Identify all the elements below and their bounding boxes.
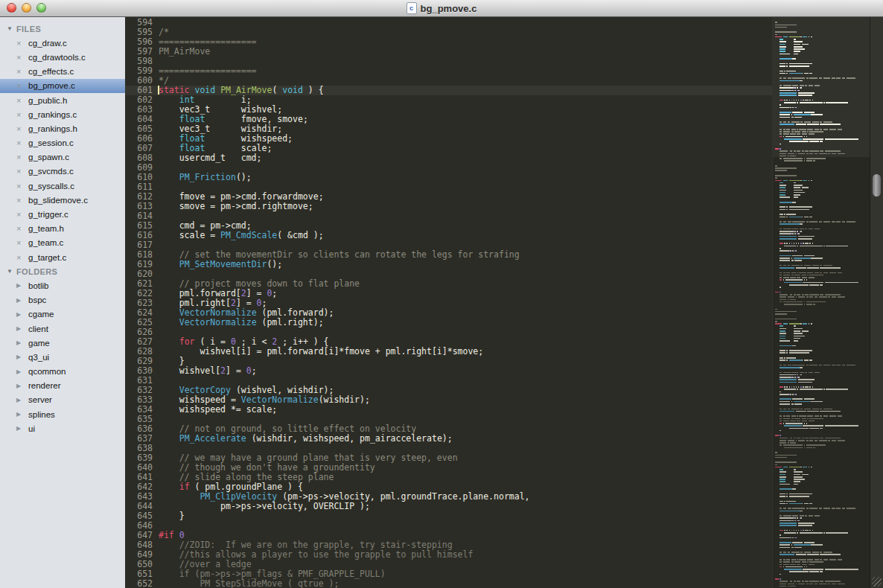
folder-name-label: client [28,325,48,333]
sidebar-file-item[interactable]: ×g_rankings.h [0,121,125,135]
sidebar-folder-item[interactable]: ▶qcommon [0,365,125,379]
code-line[interactable]: 625 VectorNormalize (pml.right); [125,318,772,327]
code-text: smove = pm->cmd.rightmove; [159,202,313,211]
sidebar-file-item[interactable]: ×g_spawn.c [0,150,125,164]
file-name-label: g_session.c [28,138,74,147]
close-file-icon[interactable]: × [16,196,28,205]
close-file-icon[interactable]: × [16,210,28,219]
code-line[interactable]: 596=================== [125,37,772,47]
close-file-icon[interactable]: × [16,224,28,233]
file-name-label: g_target.c [28,253,66,262]
sidebar-folder-item[interactable]: ▶cgame [0,307,125,322]
file-name-label: cg_drawtools.c [28,53,86,62]
file-name-label: g_syscalls.c [28,182,74,191]
sidebar-file-item[interactable]: ×g_syscalls.c [0,179,125,193]
sidebar-file-item[interactable]: ×g_session.c [0,136,125,150]
sidebar-folder-item[interactable]: ▶client [0,322,125,336]
sidebar-file-item[interactable]: ×g_team.h [0,222,125,236]
sidebar-file-item[interactable]: ×bg_slidemove.c [0,193,125,207]
close-file-icon[interactable]: × [16,124,28,133]
zoom-button[interactable] [36,3,46,13]
file-name-label: bg_pmove.c [28,81,75,90]
scrollbar-thumb[interactable] [873,174,881,196]
code-text: PM_SetMovementDir(); [159,260,282,269]
code-line[interactable]: 619 PM_SetMovementDir(); [125,260,772,269]
close-file-icon[interactable]: × [16,67,28,76]
disclosure-right-icon[interactable]: ▶ [16,311,28,318]
sidebar-folder-item[interactable]: ▶renderer [0,379,125,393]
sidebar-file-item[interactable]: ×g_rankings.c [0,107,125,121]
sidebar-folder-item[interactable]: ▶server [0,393,125,407]
folders-section-header[interactable]: ▼ FOLDERS [0,264,125,278]
disclosure-right-icon[interactable]: ▶ [16,383,28,389]
disclosure-right-icon[interactable]: ▶ [16,297,28,304]
disclosure-right-icon[interactable]: ▶ [16,411,28,418]
code-line[interactable]: 634 wishspeed *= scale; [125,405,772,415]
disclosure-right-icon[interactable]: ▶ [16,354,28,360]
close-button[interactable] [7,3,16,13]
disclosure-right-icon[interactable]: ▶ [16,425,28,432]
code-line[interactable]: 646 [125,521,772,531]
sidebar-file-item[interactable]: ×g_team.c [0,236,125,250]
code-line[interactable]: 630 wishvel[2] = 0; [125,366,772,376]
code-line[interactable]: 613 smove = pm->cmd.rightmove; [125,202,772,211]
folder-name-label: splines [28,410,55,419]
sidebar-file-item[interactable]: ×g_target.c [0,250,125,264]
sidebar-folder-item[interactable]: ▶bspc [0,293,125,307]
close-file-icon[interactable]: × [16,153,28,162]
close-file-icon[interactable]: × [16,182,28,191]
sidebar-file-item[interactable]: ×bg_pmove.c [0,79,125,93]
close-file-icon[interactable]: × [16,110,28,119]
code-line[interactable]: 594 [125,18,772,28]
sidebar-file-item[interactable]: ×g_public.h [0,93,125,107]
close-file-icon[interactable]: × [16,138,28,147]
scrollbar-track[interactable] [870,17,883,588]
close-file-icon[interactable]: × [16,253,28,262]
window-title: bg_pmove.c [421,3,477,14]
disclosure-right-icon[interactable]: ▶ [16,282,28,289]
disclosure-right-icon[interactable]: ▶ [16,339,28,346]
close-file-icon[interactable]: × [16,238,28,247]
code-line[interactable]: 645 } [125,511,772,521]
minimize-button[interactable] [22,3,31,13]
code-line[interactable]: 628 wishvel[i] = pml.forward[i]*fmove + … [125,347,772,357]
close-file-icon[interactable]: × [16,167,28,176]
code-line[interactable]: 599=================== [125,66,772,76]
disclosure-right-icon[interactable]: ▶ [16,397,28,403]
close-file-icon[interactable]: × [16,81,28,90]
code-line[interactable]: 597PM_AirMove [125,47,772,57]
disclosure-down-icon[interactable]: ▼ [7,268,16,275]
code-text: wishvel[2] = 0; [159,366,257,376]
sidebar-file-item[interactable]: ×g_trigger.c [0,207,125,221]
disclosure-right-icon[interactable]: ▶ [16,325,28,332]
close-file-icon[interactable]: × [16,53,28,62]
code-text: scale = PM_CmdScale( &cmd ); [159,231,324,240]
files-header-label: FILES [16,25,41,33]
sidebar-folder-item[interactable]: ▶q3_ui [0,350,125,364]
minimap[interactable] [772,17,870,588]
sidebar-folder-item[interactable]: ▶splines [0,407,125,421]
sidebar-folder-item[interactable]: ▶ui [0,421,125,435]
sidebar-file-item[interactable]: ×cg_effects.c [0,65,125,79]
title-bar[interactable]: c bg_pmove.c [0,0,883,17]
code-line[interactable]: 644 pm->ps->velocity, OVERCLIP ); [125,502,772,511]
disclosure-down-icon[interactable]: ▼ [7,25,16,32]
resize-grip[interactable] [872,577,882,587]
close-file-icon[interactable]: × [16,39,28,48]
disclosure-right-icon[interactable]: ▶ [16,368,28,375]
sidebar-file-item[interactable]: ×g_svcmds.c [0,164,125,179]
code-line[interactable]: 637 PM_Accelerate (wishdir, wishspeed, p… [125,434,772,444]
sidebar-folder-item[interactable]: ▶botlib [0,278,125,293]
files-section-header[interactable]: ▼ FILES [0,22,125,36]
code-line[interactable]: 616 scale = PM_CmdScale( &cmd ); [125,231,772,240]
code-line[interactable]: 652 PM_StepSlideMove ( qtrue ); [125,579,772,588]
code-line[interactable]: 608 usercmd_t cmd; [125,153,772,163]
close-file-icon[interactable]: × [16,96,28,105]
sidebar-file-item[interactable]: ×cg_draw.c [0,36,125,50]
code-text: PM_AirMove [159,47,210,57]
code-line[interactable]: 610 PM_Friction(); [125,173,772,182]
folder-name-label: renderer [28,381,60,390]
code-editor[interactable]: 594595/*596===================597PM_AirM… [125,17,772,588]
sidebar-file-item[interactable]: ×cg_drawtools.c [0,50,125,64]
sidebar-folder-item[interactable]: ▶game [0,336,125,350]
